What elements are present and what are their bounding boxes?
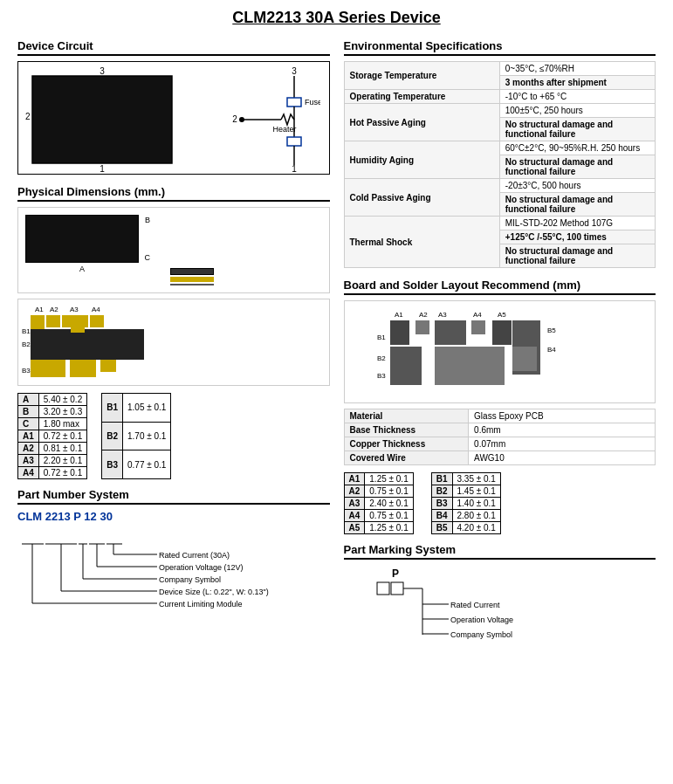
table-row: Hot Passive Aging 100±5°C, 250 hours [344,104,656,118]
env-spec-section: Environmental Specifications Storage Tem… [344,39,656,268]
ba4: 0.75 ± 0.1 [365,510,413,522]
board-layout-title: Board and Solder Layout Recommend (mm) [344,279,656,295]
table-row: Storage Temperature 0~35°C, ≤70%RH [344,62,656,76]
svg-text:A5: A5 [498,311,506,319]
base-thick-val: 0.6mm [469,423,656,437]
svg-rect-51 [415,320,429,334]
part-number-section: Part Number System CLM 2213 P 12 30 [17,488,330,643]
storage-temp-val1: 0~35°C, ≤70%RH [499,62,655,76]
dim-table-left: A5.40 ± 0.2 B3.20 ± 0.3 C1.80 max A10.72… [17,393,87,479]
covered-wire-label: Covered Wire [344,451,469,465]
board-dim-a-table: A11.25 ± 0.1 A20.75 ± 0.1 A32.40 ± 0.1 A… [344,472,414,534]
svg-text:B1: B1 [22,327,31,335]
svg-text:B2: B2 [22,340,31,348]
svg-text:B5: B5 [547,327,556,334]
pad-layout-svg: A1 A2 A3 A4 [22,303,196,386]
svg-rect-60 [390,347,422,385]
humidity-val2: No structural damage and functional fail… [499,155,655,179]
board-layout-section: Board and Solder Layout Recommend (mm) A… [344,279,656,534]
env-spec-title: Environmental Specifications [344,39,656,56]
left-column: Device Circuit 3 2 1 3 [17,39,330,671]
operating-temp-val: -10°C to +65 °C [499,90,655,104]
svg-text:B1: B1 [377,334,386,341]
svg-rect-18 [71,327,85,333]
svg-point-5 [239,117,244,122]
table-row: Base Thickness 0.6mm [344,423,656,437]
pin3-label-left: 3 [100,67,105,76]
board-dim-tables: A11.25 ± 0.1 A20.75 ± 0.1 A32.40 ± 0.1 A… [344,472,656,534]
svg-text:A1: A1 [395,311,403,319]
part-number-value: CLM 2213 P 12 30 [17,510,113,523]
dim-table-right: B11.05 ± 0.1 B21.70 ± 0.1 B30.77 ± 0.1 [101,393,171,479]
fuse-label: Fuse [305,98,320,107]
svg-rect-17 [31,329,144,360]
dim-c: 1.80 max [38,418,86,430]
table-row: B13.35 ± 0.1 [431,473,500,485]
pin2-label: 2 [25,112,31,121]
cold-val1: -20±3°C, 500 hours [499,179,655,193]
svg-text:B4: B4 [547,346,556,354]
part-marking-title: Part Marking System [344,543,656,560]
copper-thick-val: 0.07mm [469,437,656,451]
svg-text:A1: A1 [35,306,44,313]
svg-rect-7 [287,137,301,146]
dim-a2: 0.81 ± 0.1 [38,443,86,455]
ba3: 2.40 ± 0.1 [365,498,413,510]
svg-rect-21 [100,360,116,372]
copper-thick-label: Copper Thickness [344,437,469,451]
svg-text:Operation Voltage (12V): Operation Voltage (12V) [159,563,244,572]
dim-b1: 1.05 ± 0.1 [123,394,171,423]
device-circuit-section: Device Circuit 3 2 1 3 [17,39,330,175]
table-row: Material Glass Epoxy PCB [344,409,656,423]
table-row: B54.20 ± 0.1 [431,522,500,534]
table-row: B21.45 ± 0.1 [431,485,500,498]
svg-rect-54 [492,320,512,345]
pin1-label-left: 1 [100,164,105,172]
svg-text:Current Limiting Module: Current Limiting Module [159,600,243,609]
thermal-val3: No structural damage and functional fail… [499,244,655,268]
dim-a1: 0.72 ± 0.1 [38,430,86,443]
heater-label: Heater [272,125,296,134]
svg-text:A4: A4 [473,311,482,319]
covered-wire-val: AWG10 [469,451,656,465]
svg-rect-66 [391,582,403,595]
hot-aging-val2: No structural damage and functional fail… [499,118,655,141]
table-row: A20.75 ± 0.1 [344,485,413,498]
env-spec-table: Storage Temperature 0~35°C, ≤70%RH 3 mon… [344,61,656,268]
circuit-svg: 3 2 1 3 Fuse 2 [24,67,320,172]
device-circuit-title: Device Circuit [17,39,330,56]
material-label: Material [344,409,469,423]
table-row: A11.25 ± 0.1 [344,473,413,485]
svg-text:B3: B3 [377,372,386,380]
label-a: A [25,265,139,273]
board-layout-svg: A1 A2 A3 A4 A5 B1 B2 B3 B4 [377,308,621,395]
svg-text:Device Size (L: 0.22", W: 0.13: Device Size (L: 0.22", W: 0.13") [159,588,269,596]
operating-temp-label: Operating Temperature [344,90,499,104]
svg-rect-50 [390,320,409,345]
material-table: Material Glass Epoxy PCB Base Thickness … [344,409,656,465]
bb1: 3.35 ± 0.1 [452,473,500,485]
pin3-label-right: 3 [292,67,297,76]
svg-text:B3: B3 [22,367,31,375]
svg-text:A3: A3 [438,311,447,319]
svg-text:B2: B2 [377,354,386,362]
table-row: B31.40 ± 0.1 [431,498,500,510]
table-row: Copper Thickness 0.07mm [344,437,656,451]
physical-dimensions-section: Physical Dimensions (mm.) B C A [17,185,330,479]
physical-dimensions-title: Physical Dimensions (mm.) [17,185,330,202]
table-row: Cold Passive Aging -20±3°C, 500 hours [344,179,656,193]
part-number-title: Part Number System [17,488,330,505]
svg-rect-65 [377,582,389,595]
svg-rect-14 [46,315,60,327]
hot-aging-val1: 100±5°C, 250 hours [499,104,655,118]
thermal-val1: MIL-STD-202 Method 107G [499,217,655,230]
svg-rect-63 [435,347,505,385]
label-c: C [145,253,151,262]
pin2-label-right: 2 [232,114,237,124]
part-number-breakdown-svg: Rated Current (30A) Operation Voltage (1… [17,528,314,642]
svg-text:Operation Voltage: Operation Voltage [450,616,513,624]
svg-text:Rated Current: Rated Current [450,601,500,609]
table-row: Thermal Shock MIL-STD-202 Method 107G [344,217,656,230]
table-row: B42.80 ± 0.1 [431,510,500,522]
part-marking-svg: P Rated Current Operation Voltage Compan… [344,565,641,670]
